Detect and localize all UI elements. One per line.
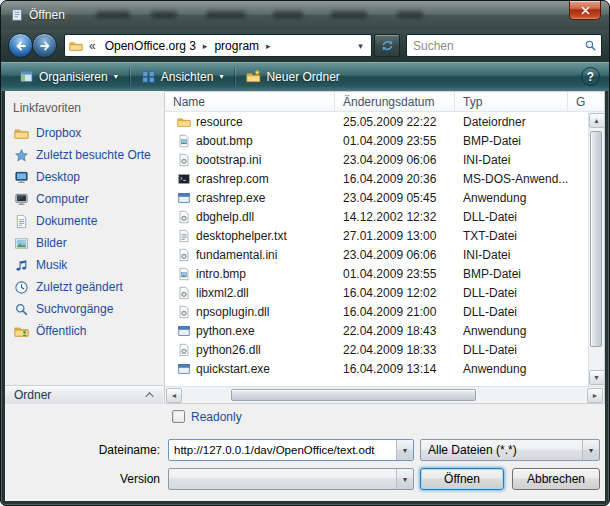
scroll-left-icon[interactable]: ◄ [166, 388, 182, 403]
organize-label: Organisieren [39, 70, 108, 84]
sidebar-item-label: Computer [36, 192, 89, 206]
sidebar-item-pictures[interactable]: Bilder [5, 232, 164, 254]
horizontal-scroll-thumb[interactable] [231, 389, 476, 401]
file-row[interactable]: intro.bmp 01.04.2009 23:55 BMP-Datei [165, 264, 604, 283]
horizontal-scroll-track[interactable] [183, 387, 586, 403]
search-icon[interactable] [584, 39, 597, 52]
txt-file-icon [177, 229, 191, 243]
searches-icon [14, 302, 29, 317]
search-input[interactable] [413, 39, 584, 53]
recent-places-icon [14, 148, 29, 163]
file-row[interactable]: python.exe 22.04.2009 18:43 Anwendung [165, 321, 604, 340]
dll-file-icon [177, 286, 191, 300]
sidebar-item-computer[interactable]: Computer [5, 188, 164, 210]
file-row[interactable]: about.bmp 01.04.2009 23:55 BMP-Datei [165, 131, 604, 150]
chevron-down-icon[interactable]: ▾ [396, 440, 413, 460]
address-dropdown-icon[interactable]: ▾ [353, 41, 368, 51]
readonly-label[interactable]: Readonly [191, 410, 242, 424]
file-row[interactable]: desktophelper.txt 27.01.2009 13:00 TXT-D… [165, 226, 604, 245]
version-combobox[interactable]: ▾ [168, 468, 414, 490]
filetype-value: Alle Dateien (*.*) [428, 443, 517, 457]
sidebar-item-searches[interactable]: Suchvorgänge [5, 298, 164, 320]
help-button[interactable]: ? [581, 67, 600, 86]
favorites-header: Linkfavoriten [5, 96, 164, 122]
filetype-combobox[interactable]: Alle Dateien (*.*) ▾ [420, 439, 600, 461]
sidebar-item-desktop[interactable]: Desktop [5, 166, 164, 188]
file-row[interactable]: bootstrap.ini 23.04.2009 06:06 INI-Datei [165, 150, 604, 169]
toolbar-separator [234, 67, 235, 86]
sidebar-item-music[interactable]: Musik [5, 254, 164, 276]
sidebar-item-public[interactable]: Öffentlich [5, 320, 164, 342]
sidebar-item-dropbox[interactable]: Dropbox [5, 122, 164, 144]
column-header-date[interactable]: Änderungsdatum [335, 92, 455, 112]
file-row[interactable]: crashrep.com 16.04.2009 20:36 MS-DOS-Anw… [165, 169, 604, 188]
file-row[interactable]: dbghelp.dll 14.12.2002 12:32 DLL-Datei [165, 207, 604, 226]
chevron-up-icon [145, 392, 153, 400]
organize-button[interactable]: Organisieren ▾ [10, 66, 127, 87]
filename-combobox[interactable]: ▾ [168, 439, 414, 461]
command-toolbar: Organisieren ▾ Ansichten ▾ Neuer Ordner … [1, 62, 609, 91]
column-header-size[interactable]: G [568, 92, 604, 112]
close-button[interactable] [569, 1, 601, 20]
glass-reflection [273, 11, 303, 18]
file-row[interactable]: npsoplugin.dll 16.04.2009 21:00 DLL-Date… [165, 302, 604, 321]
dll-file-icon [177, 305, 191, 319]
scroll-down-icon[interactable]: ▼ [589, 370, 605, 385]
file-row[interactable]: quickstart.exe 16.04.2009 13:14 Anwendun… [165, 359, 604, 378]
file-row[interactable]: fundamental.ini 23.04.2009 06:06 INI-Dat… [165, 245, 604, 264]
refresh-button[interactable] [374, 34, 400, 57]
sidebar-item-label: Dokumente [36, 214, 97, 228]
organize-icon [19, 69, 34, 84]
scroll-up-icon[interactable]: ▲ [589, 113, 605, 128]
glass-reflection [206, 11, 246, 18]
file-row[interactable]: python26.dll 22.04.2009 18:33 DLL-Datei [165, 340, 604, 359]
search-box[interactable] [406, 34, 602, 57]
chevron-down-icon[interactable]: ▾ [582, 440, 599, 460]
back-button[interactable] [8, 33, 33, 58]
computer-icon [14, 192, 29, 207]
sidebar-item-recently-changed[interactable]: Zuletzt geändert [5, 276, 164, 298]
chevron-down-icon: ▾ [114, 72, 118, 81]
crumb-separator-icon[interactable]: ▸ [265, 41, 272, 51]
vertical-scroll-track[interactable] [589, 129, 604, 369]
breadcrumb-overflow-icon[interactable]: « [86, 39, 99, 53]
chevron-down-icon[interactable]: ▾ [396, 469, 413, 489]
file-row[interactable]: resource 25.05.2009 22:22 Dateiordner [165, 112, 604, 131]
dialog-icon [10, 8, 24, 22]
new-folder-button[interactable]: Neuer Ordner [237, 66, 348, 87]
sidebar-item-label: Desktop [36, 170, 80, 184]
breadcrumb-item[interactable]: program [208, 39, 265, 53]
open-button[interactable]: Öffnen [420, 468, 504, 490]
readonly-checkbox[interactable] [172, 410, 185, 423]
file-row[interactable]: libxml2.dll 16.04.2009 12:02 DLL-Datei [165, 283, 604, 302]
sidebar-item-recent-places[interactable]: Zuletzt besuchte Orte [5, 144, 164, 166]
vertical-scrollbar[interactable]: ▲ ▼ [588, 112, 604, 386]
bmp-file-icon [177, 267, 191, 281]
readonly-row: Readonly [172, 409, 605, 424]
folders-expander[interactable]: Ordner [5, 385, 163, 404]
filename-input[interactable] [169, 444, 395, 456]
breadcrumb-item[interactable]: OpenOffice.org 3 [99, 39, 202, 53]
chevron-down-icon: ▾ [219, 72, 223, 81]
titlebar[interactable]: Öffnen [1, 1, 609, 29]
sidebar-item-documents[interactable]: Dokumente [5, 210, 164, 232]
forward-button[interactable] [32, 33, 57, 58]
horizontal-scrollbar[interactable]: ◄ ► [165, 386, 604, 403]
views-button[interactable]: Ansichten ▾ [132, 66, 233, 87]
column-header-name[interactable]: Name [165, 92, 335, 112]
app-icon [177, 324, 191, 338]
file-row[interactable]: crashrep.exe 23.04.2009 05:45 Anwendung [165, 188, 604, 207]
version-row: Version ▾ Öffnen Abbrechen [5, 468, 605, 490]
bmp-file-icon [177, 134, 191, 148]
column-header-row: Name Änderungsdatum Typ G [165, 92, 604, 112]
breadcrumb[interactable]: « OpenOffice.org 3 ▸ program ▸ ▾ [64, 34, 372, 57]
new-folder-icon [246, 69, 261, 84]
cancel-button[interactable]: Abbrechen [512, 468, 600, 490]
file-list: Name Änderungsdatum Typ G resource 25.05… [164, 91, 605, 404]
column-header-type[interactable]: Typ [455, 92, 568, 112]
toolbar-separator [129, 67, 130, 86]
scroll-right-icon[interactable]: ► [587, 388, 603, 403]
sidebar-item-label: Suchvorgänge [36, 302, 113, 316]
vertical-scroll-thumb[interactable] [590, 131, 602, 347]
back-arrow-icon [14, 39, 28, 53]
